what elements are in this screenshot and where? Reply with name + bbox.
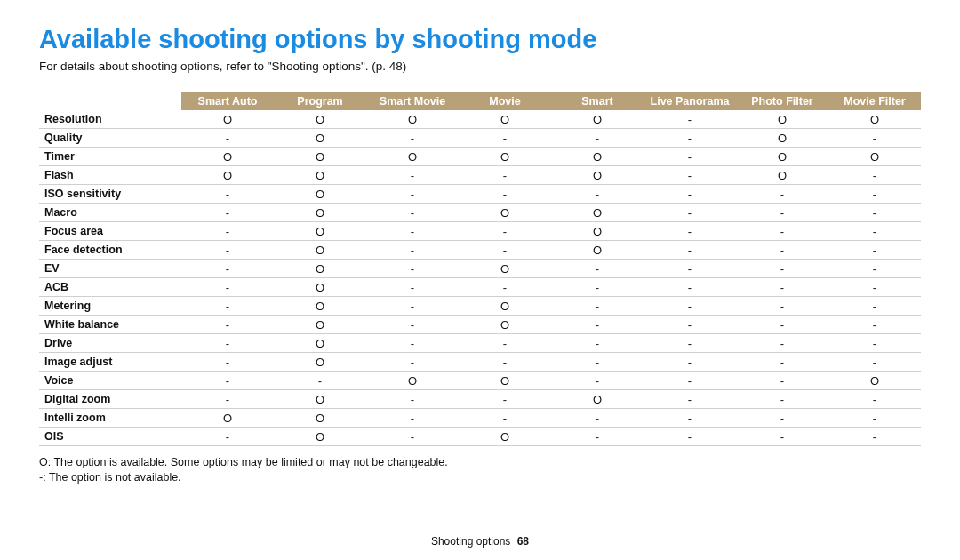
table-cell: - bbox=[551, 409, 644, 428]
page-footer: Shooting options 68 bbox=[0, 535, 960, 548]
table-cell: - bbox=[181, 204, 274, 222]
table-cell: O bbox=[274, 316, 366, 334]
table-cell: O bbox=[736, 129, 828, 148]
table-row: EV-O-O---- bbox=[39, 260, 921, 278]
table-cell: - bbox=[736, 222, 828, 241]
table-row: Quality-O----O- bbox=[39, 129, 921, 148]
column-header: Live Panorama bbox=[644, 92, 736, 110]
table-cell: - bbox=[366, 428, 459, 446]
row-header: OIS bbox=[39, 428, 181, 446]
table-cell: O bbox=[459, 260, 551, 278]
table-cell: - bbox=[366, 241, 459, 260]
table-cell: - bbox=[736, 297, 828, 316]
note-available: O: The option is available. Some options… bbox=[39, 455, 921, 470]
table-cell: O bbox=[459, 297, 551, 316]
table-cell: - bbox=[644, 148, 736, 166]
row-header: Resolution bbox=[39, 110, 181, 129]
table-cell: - bbox=[736, 334, 828, 353]
table-cell: - bbox=[366, 278, 459, 297]
row-header: White balance bbox=[39, 316, 181, 334]
table-row: Focus area-O--O--- bbox=[39, 222, 921, 241]
table-cell: O bbox=[181, 409, 274, 428]
table-cell: O bbox=[736, 148, 828, 166]
table-cell: O bbox=[366, 372, 459, 390]
table-cell: - bbox=[459, 185, 551, 204]
table-cell: O bbox=[551, 241, 644, 260]
table-cell: - bbox=[644, 222, 736, 241]
table-cell: - bbox=[736, 260, 828, 278]
table-cell: - bbox=[828, 185, 921, 204]
table-cell: - bbox=[366, 353, 459, 372]
table-cell: - bbox=[644, 334, 736, 353]
options-table-body: ResolutionOOOOO-OOQuality-O----O-TimerOO… bbox=[39, 110, 921, 446]
table-cell: O bbox=[274, 241, 366, 260]
table-cell: - bbox=[644, 390, 736, 409]
table-row: Face detection-O--O--- bbox=[39, 241, 921, 260]
table-cell: O bbox=[181, 148, 274, 166]
table-cell: O bbox=[551, 148, 644, 166]
row-header: Intelli zoom bbox=[39, 409, 181, 428]
table-cell: O bbox=[274, 278, 366, 297]
table-cell: - bbox=[828, 390, 921, 409]
table-notes: O: The option is available. Some options… bbox=[39, 455, 921, 485]
table-cell: O bbox=[551, 166, 644, 185]
page-title: Available shooting options by shooting m… bbox=[39, 25, 921, 54]
table-cell: O bbox=[274, 148, 366, 166]
table-cell: - bbox=[366, 260, 459, 278]
table-cell: - bbox=[181, 185, 274, 204]
table-cell: O bbox=[274, 204, 366, 222]
table-cell: - bbox=[551, 185, 644, 204]
table-cell: O bbox=[366, 110, 459, 129]
table-cell: O bbox=[459, 428, 551, 446]
table-cell: - bbox=[181, 428, 274, 446]
table-cell: - bbox=[828, 260, 921, 278]
table-cell: - bbox=[366, 297, 459, 316]
table-cell: - bbox=[736, 353, 828, 372]
table-cell: - bbox=[551, 278, 644, 297]
table-cell: - bbox=[736, 409, 828, 428]
table-cell: - bbox=[828, 316, 921, 334]
table-cell: - bbox=[551, 372, 644, 390]
table-cell: - bbox=[459, 334, 551, 353]
table-cell: - bbox=[366, 185, 459, 204]
table-cell: - bbox=[366, 334, 459, 353]
table-cell: - bbox=[828, 166, 921, 185]
table-cell: - bbox=[644, 110, 736, 129]
table-row: ACB-O------ bbox=[39, 278, 921, 297]
note-unavailable: -: The option is not available. bbox=[39, 470, 921, 485]
table-cell: O bbox=[551, 110, 644, 129]
table-cell: - bbox=[551, 260, 644, 278]
table-cell: O bbox=[181, 110, 274, 129]
options-table-head: Smart Auto Program Smart Movie Movie Sma… bbox=[39, 92, 921, 110]
table-row: White balance-O-O---- bbox=[39, 316, 921, 334]
table-row: Metering-O-O---- bbox=[39, 297, 921, 316]
table-row: Intelli zoomOO------ bbox=[39, 409, 921, 428]
row-header: Quality bbox=[39, 129, 181, 148]
table-cell: O bbox=[274, 409, 366, 428]
table-cell: - bbox=[551, 297, 644, 316]
table-cell: - bbox=[366, 390, 459, 409]
row-header: Flash bbox=[39, 166, 181, 185]
table-cell: - bbox=[181, 372, 274, 390]
table-cell: - bbox=[644, 185, 736, 204]
page-subtitle: For details about shooting options, refe… bbox=[39, 60, 921, 73]
table-row: Voice--OO---O bbox=[39, 372, 921, 390]
column-header: Smart Auto bbox=[181, 92, 274, 110]
table-cell: - bbox=[551, 129, 644, 148]
table-cell: - bbox=[181, 353, 274, 372]
column-header: Program bbox=[274, 92, 366, 110]
table-header-spacer bbox=[39, 92, 181, 110]
table-cell: O bbox=[736, 110, 828, 129]
options-table: Smart Auto Program Smart Movie Movie Sma… bbox=[39, 92, 921, 446]
table-cell: - bbox=[181, 278, 274, 297]
table-cell: O bbox=[274, 129, 366, 148]
table-cell: - bbox=[644, 297, 736, 316]
table-cell: - bbox=[644, 260, 736, 278]
table-cell: - bbox=[644, 278, 736, 297]
table-cell: - bbox=[828, 428, 921, 446]
table-cell: - bbox=[181, 222, 274, 241]
table-row: TimerOOOOO-OO bbox=[39, 148, 921, 166]
table-cell: - bbox=[551, 316, 644, 334]
row-header: EV bbox=[39, 260, 181, 278]
table-cell: - bbox=[459, 241, 551, 260]
